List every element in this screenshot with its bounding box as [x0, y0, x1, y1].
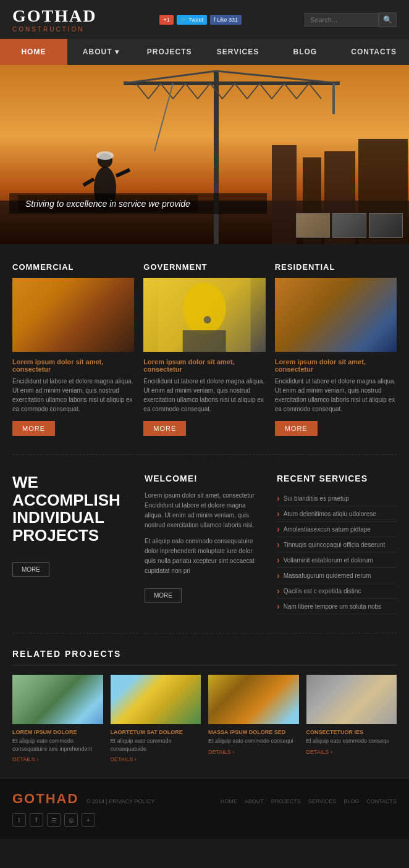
- project-item-4: CONSECTETUOR IES El aliquip eato commodo…: [306, 675, 397, 762]
- twitter-social-icon[interactable]: t: [12, 813, 26, 827]
- nav-item-projects[interactable]: PROJECTS: [135, 39, 204, 65]
- flickr-social-icon[interactable]: ☰: [47, 813, 61, 827]
- project-desc-1: Et aliquip eato commodo consequatuire iu…: [12, 737, 103, 753]
- related-projects-title: RELATED PROJECTS: [12, 649, 397, 666]
- footer-nav-about[interactable]: ABOUT: [245, 798, 264, 804]
- footer-nav-home[interactable]: HOME: [221, 798, 237, 804]
- government-text-body: Encididunt ut labore et dolore magna ali…: [143, 377, 265, 414]
- residential-text-body: Encididunt ut labore et dolore magna ali…: [275, 377, 397, 414]
- government-more-button[interactable]: MORE: [143, 421, 186, 436]
- project-item-3: MASSA IPSUM DOLORE SED Et aliquip eato c…: [208, 675, 299, 762]
- project-image-2: [111, 675, 201, 724]
- card-government: GOVERNMENT Lorem ipsum dolor sit amet, c…: [143, 262, 265, 436]
- project-details-1[interactable]: DETAILS: [12, 756, 103, 762]
- list-item: Qacilis est c expetida distinc: [277, 583, 397, 599]
- search-wrap: 🔍: [305, 12, 397, 27]
- footer-nav-projects[interactable]: PROJECTS: [271, 798, 301, 804]
- nav-item-services[interactable]: SERVICES: [204, 39, 271, 65]
- project-image-3: [208, 675, 299, 724]
- footer-copy: © 2014 | PRIVACY POLICY: [86, 798, 155, 804]
- logo: GOTHAD CONSTRUCTION: [12, 6, 96, 33]
- hero-banner: Striving to excellence in service we pro…: [0, 65, 409, 244]
- government-image: [143, 278, 265, 352]
- footer: GOTHAD © 2014 | PRIVACY POLICY HOME ABOU…: [0, 778, 409, 839]
- project-details-4[interactable]: DETAILS: [306, 749, 397, 755]
- card-residential: RESIDENTIAL Lorem ipsum dolor sit amet, …: [275, 262, 397, 436]
- svg-point-4: [96, 151, 114, 160]
- nav-item-home[interactable]: HOME: [0, 39, 67, 65]
- hero-caption: Striving to excellence in service we pro…: [18, 195, 198, 212]
- card-commercial: COMMERCIAL Lorem ipsum dolor sit amet, c…: [12, 262, 134, 436]
- navigation: HOME ABOUT ▾ PROJECTS SERVICES BLOG CONT…: [0, 39, 409, 65]
- rss-social-icon[interactable]: ◎: [64, 813, 78, 827]
- list-item: Atum delenitimos atiqiu udolorese: [277, 506, 397, 522]
- logo-main: GOTHAD: [12, 6, 96, 26]
- google-plus-btn[interactable]: +1: [159, 15, 173, 25]
- project-image-1: [12, 675, 103, 724]
- hero-thumb-1[interactable]: [296, 213, 330, 238]
- list-item: Massafugurum quidemed rerum: [277, 568, 397, 583]
- nav-item-about[interactable]: ABOUT ▾: [67, 39, 135, 65]
- project-image-4: [306, 675, 397, 724]
- facebook-btn[interactable]: f Like 331: [210, 15, 242, 25]
- footer-logo-area: GOTHAD © 2014 | PRIVACY POLICY: [12, 791, 154, 807]
- google-social-icon[interactable]: +: [82, 813, 95, 827]
- project-details-3[interactable]: DETAILS: [208, 749, 299, 755]
- list-item: Tinnuqis quincopaqui officia deserunt: [277, 537, 397, 553]
- header: GOTHAD CONSTRUCTION +1 🐦 Tweet f Like 33…: [0, 0, 409, 39]
- residential-image: [275, 278, 397, 352]
- welcome-para2: Et aliquip eato commodo consequatuire do…: [145, 536, 264, 576]
- commercial-text-title: Lorem ipsum dolor sit amet, consectetur: [12, 358, 134, 373]
- residential-text-title: Lorem ipsum dolor sit amet, consectetur: [275, 358, 397, 373]
- welcome-more-button[interactable]: MORE: [145, 588, 182, 603]
- svg-rect-28: [272, 145, 297, 244]
- mid-section: WE ACCOMPLISH INDIVIDUAL PROJECTS MORE W…: [0, 455, 409, 633]
- list-item: Nam libere tempore um soluta nobs: [277, 599, 397, 614]
- project-desc-4: El aliquip eato commodo consequ: [306, 737, 397, 745]
- footer-social: t f ☰ ◎ +: [12, 813, 397, 827]
- service-cards: COMMERCIAL Lorem ipsum dolor sit amet, c…: [0, 244, 409, 454]
- government-text-title: Lorem ipsum dolor sit amet, consectetur: [143, 358, 265, 373]
- hero-thumb-3[interactable]: [369, 213, 403, 238]
- project-cat-1: LOREM IPSUM DOLORE: [12, 729, 103, 735]
- twitter-btn[interactable]: 🐦 Tweet: [177, 15, 207, 25]
- project-item-2: LAORTETUM SAT DOLORE Et aliquip eato com…: [111, 675, 201, 762]
- footer-nav-services[interactable]: SERVICES: [308, 798, 336, 804]
- list-item: Sui blanditiis es praetup: [277, 491, 397, 506]
- welcome-col: WELCOME! Lorem ipsum dolor sit amet, con…: [145, 474, 264, 614]
- svg-point-33: [183, 283, 226, 335]
- list-item: Amolestiasexcun satum pidtape: [277, 522, 397, 537]
- facebook-social-icon[interactable]: f: [30, 813, 43, 827]
- social-buttons: +1 🐦 Tweet f Like 331: [159, 15, 242, 25]
- recent-services-title: RECENT SERVICES: [277, 474, 397, 483]
- footer-nav-blog[interactable]: BLOG: [344, 798, 359, 804]
- commercial-title: COMMERCIAL: [12, 262, 134, 272]
- logo-sub: CONSTRUCTION: [12, 26, 96, 33]
- nav-item-contacts[interactable]: CONTACTS: [339, 39, 409, 65]
- footer-nav-contacts[interactable]: CONTACTS: [366, 798, 397, 804]
- project-item-1: LOREM IPSUM DOLORE Et aliquip eato commo…: [12, 675, 103, 762]
- related-projects-section: RELATED PROJECTS LOREM IPSUM DOLORE Et a…: [0, 633, 409, 778]
- recent-services-col: RECENT SERVICES Sui blanditiis es praetu…: [277, 474, 397, 614]
- project-cat-2: LAORTETUM SAT DOLORE: [111, 729, 201, 735]
- svg-point-35: [204, 316, 211, 323]
- accomplish-more-button[interactable]: MORE: [12, 562, 49, 577]
- hero-thumbnails: [296, 213, 403, 238]
- footer-nav: HOME ABOUT PROJECTS SERVICES BLOG CONTAC…: [221, 798, 397, 804]
- footer-logo: GOTHAD: [12, 791, 78, 807]
- footer-top: GOTHAD © 2014 | PRIVACY POLICY HOME ABOU…: [12, 791, 397, 807]
- recent-services-list: Sui blanditiis es praetup Atum delenitim…: [277, 491, 397, 614]
- project-cat-4: CONSECTETUOR IES: [306, 729, 397, 735]
- search-input[interactable]: [305, 13, 379, 27]
- project-desc-2: Et aliquip eato commodo consequatuide: [111, 737, 201, 753]
- welcome-title: WELCOME!: [145, 474, 264, 483]
- hero-thumb-2[interactable]: [332, 213, 366, 238]
- projects-grid: LOREM IPSUM DOLORE Et aliquip eato commo…: [12, 675, 397, 762]
- nav-item-blog[interactable]: BLOG: [271, 39, 339, 65]
- residential-more-button[interactable]: MORE: [275, 421, 318, 436]
- project-details-2[interactable]: DETAILS: [111, 756, 201, 762]
- search-button[interactable]: 🔍: [379, 12, 397, 27]
- commercial-image: [12, 278, 134, 352]
- project-cat-3: MASSA IPSUM DOLORE SED: [208, 729, 299, 735]
- commercial-more-button[interactable]: MORE: [12, 421, 55, 436]
